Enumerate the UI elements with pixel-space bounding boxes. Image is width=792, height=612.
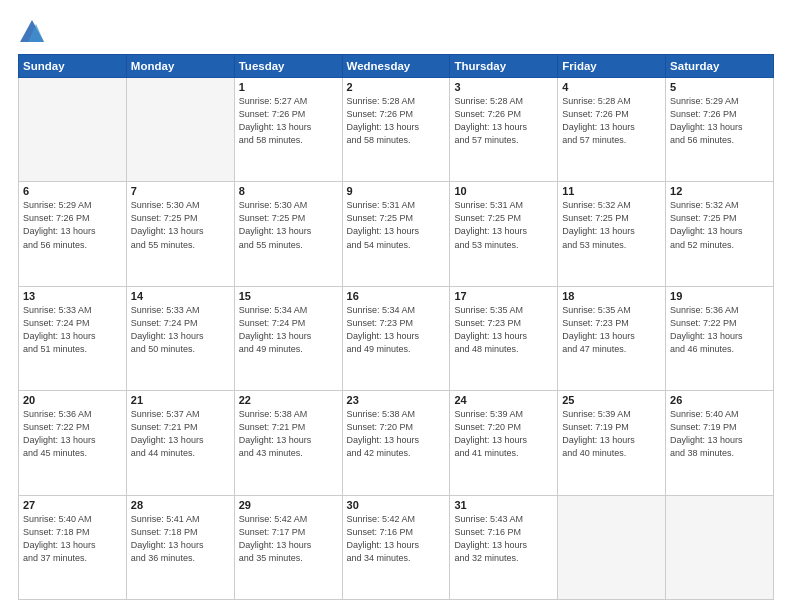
calendar-cell: 30Sunrise: 5:42 AM Sunset: 7:16 PM Dayli…	[342, 495, 450, 599]
calendar-cell: 28Sunrise: 5:41 AM Sunset: 7:18 PM Dayli…	[126, 495, 234, 599]
weekday-header-friday: Friday	[558, 55, 666, 78]
calendar-cell: 22Sunrise: 5:38 AM Sunset: 7:21 PM Dayli…	[234, 391, 342, 495]
calendar-cell: 9Sunrise: 5:31 AM Sunset: 7:25 PM Daylig…	[342, 182, 450, 286]
day-number: 21	[131, 394, 230, 406]
day-number: 13	[23, 290, 122, 302]
day-number: 8	[239, 185, 338, 197]
calendar-cell: 6Sunrise: 5:29 AM Sunset: 7:26 PM Daylig…	[19, 182, 127, 286]
calendar-cell: 27Sunrise: 5:40 AM Sunset: 7:18 PM Dayli…	[19, 495, 127, 599]
day-number: 9	[347, 185, 446, 197]
day-number: 29	[239, 499, 338, 511]
day-info: Sunrise: 5:30 AM Sunset: 7:25 PM Dayligh…	[131, 199, 230, 251]
calendar-cell: 12Sunrise: 5:32 AM Sunset: 7:25 PM Dayli…	[666, 182, 774, 286]
week-row-4: 20Sunrise: 5:36 AM Sunset: 7:22 PM Dayli…	[19, 391, 774, 495]
calendar-cell: 24Sunrise: 5:39 AM Sunset: 7:20 PM Dayli…	[450, 391, 558, 495]
calendar: SundayMondayTuesdayWednesdayThursdayFrid…	[18, 54, 774, 600]
day-number: 22	[239, 394, 338, 406]
day-number: 7	[131, 185, 230, 197]
day-number: 17	[454, 290, 553, 302]
day-info: Sunrise: 5:31 AM Sunset: 7:25 PM Dayligh…	[347, 199, 446, 251]
calendar-cell: 14Sunrise: 5:33 AM Sunset: 7:24 PM Dayli…	[126, 286, 234, 390]
day-number: 10	[454, 185, 553, 197]
calendar-cell: 29Sunrise: 5:42 AM Sunset: 7:17 PM Dayli…	[234, 495, 342, 599]
logo	[18, 18, 50, 46]
day-number: 14	[131, 290, 230, 302]
calendar-cell: 4Sunrise: 5:28 AM Sunset: 7:26 PM Daylig…	[558, 78, 666, 182]
day-info: Sunrise: 5:32 AM Sunset: 7:25 PM Dayligh…	[562, 199, 661, 251]
weekday-header-row: SundayMondayTuesdayWednesdayThursdayFrid…	[19, 55, 774, 78]
day-number: 1	[239, 81, 338, 93]
calendar-cell: 10Sunrise: 5:31 AM Sunset: 7:25 PM Dayli…	[450, 182, 558, 286]
day-info: Sunrise: 5:42 AM Sunset: 7:17 PM Dayligh…	[239, 513, 338, 565]
day-number: 31	[454, 499, 553, 511]
day-number: 3	[454, 81, 553, 93]
calendar-cell: 7Sunrise: 5:30 AM Sunset: 7:25 PM Daylig…	[126, 182, 234, 286]
week-row-3: 13Sunrise: 5:33 AM Sunset: 7:24 PM Dayli…	[19, 286, 774, 390]
day-number: 20	[23, 394, 122, 406]
day-info: Sunrise: 5:40 AM Sunset: 7:18 PM Dayligh…	[23, 513, 122, 565]
calendar-cell: 5Sunrise: 5:29 AM Sunset: 7:26 PM Daylig…	[666, 78, 774, 182]
day-number: 25	[562, 394, 661, 406]
calendar-cell: 25Sunrise: 5:39 AM Sunset: 7:19 PM Dayli…	[558, 391, 666, 495]
day-info: Sunrise: 5:29 AM Sunset: 7:26 PM Dayligh…	[670, 95, 769, 147]
calendar-cell	[126, 78, 234, 182]
day-number: 16	[347, 290, 446, 302]
day-info: Sunrise: 5:28 AM Sunset: 7:26 PM Dayligh…	[454, 95, 553, 147]
day-number: 2	[347, 81, 446, 93]
calendar-cell: 21Sunrise: 5:37 AM Sunset: 7:21 PM Dayli…	[126, 391, 234, 495]
day-info: Sunrise: 5:34 AM Sunset: 7:24 PM Dayligh…	[239, 304, 338, 356]
day-info: Sunrise: 5:30 AM Sunset: 7:25 PM Dayligh…	[239, 199, 338, 251]
day-info: Sunrise: 5:29 AM Sunset: 7:26 PM Dayligh…	[23, 199, 122, 251]
day-number: 19	[670, 290, 769, 302]
day-info: Sunrise: 5:32 AM Sunset: 7:25 PM Dayligh…	[670, 199, 769, 251]
day-number: 28	[131, 499, 230, 511]
calendar-cell	[19, 78, 127, 182]
week-row-1: 1Sunrise: 5:27 AM Sunset: 7:26 PM Daylig…	[19, 78, 774, 182]
day-number: 23	[347, 394, 446, 406]
calendar-cell: 8Sunrise: 5:30 AM Sunset: 7:25 PM Daylig…	[234, 182, 342, 286]
day-info: Sunrise: 5:27 AM Sunset: 7:26 PM Dayligh…	[239, 95, 338, 147]
day-info: Sunrise: 5:36 AM Sunset: 7:22 PM Dayligh…	[670, 304, 769, 356]
calendar-cell: 2Sunrise: 5:28 AM Sunset: 7:26 PM Daylig…	[342, 78, 450, 182]
day-info: Sunrise: 5:38 AM Sunset: 7:21 PM Dayligh…	[239, 408, 338, 460]
day-info: Sunrise: 5:35 AM Sunset: 7:23 PM Dayligh…	[562, 304, 661, 356]
week-row-5: 27Sunrise: 5:40 AM Sunset: 7:18 PM Dayli…	[19, 495, 774, 599]
day-info: Sunrise: 5:28 AM Sunset: 7:26 PM Dayligh…	[562, 95, 661, 147]
day-info: Sunrise: 5:36 AM Sunset: 7:22 PM Dayligh…	[23, 408, 122, 460]
day-number: 15	[239, 290, 338, 302]
day-number: 30	[347, 499, 446, 511]
calendar-cell: 16Sunrise: 5:34 AM Sunset: 7:23 PM Dayli…	[342, 286, 450, 390]
day-number: 26	[670, 394, 769, 406]
day-info: Sunrise: 5:33 AM Sunset: 7:24 PM Dayligh…	[131, 304, 230, 356]
calendar-cell	[666, 495, 774, 599]
week-row-2: 6Sunrise: 5:29 AM Sunset: 7:26 PM Daylig…	[19, 182, 774, 286]
calendar-body: 1Sunrise: 5:27 AM Sunset: 7:26 PM Daylig…	[19, 78, 774, 600]
logo-icon	[18, 18, 46, 46]
header	[18, 18, 774, 46]
calendar-cell: 20Sunrise: 5:36 AM Sunset: 7:22 PM Dayli…	[19, 391, 127, 495]
day-info: Sunrise: 5:39 AM Sunset: 7:20 PM Dayligh…	[454, 408, 553, 460]
calendar-cell: 19Sunrise: 5:36 AM Sunset: 7:22 PM Dayli…	[666, 286, 774, 390]
weekday-header-saturday: Saturday	[666, 55, 774, 78]
day-number: 11	[562, 185, 661, 197]
day-info: Sunrise: 5:35 AM Sunset: 7:23 PM Dayligh…	[454, 304, 553, 356]
calendar-cell: 31Sunrise: 5:43 AM Sunset: 7:16 PM Dayli…	[450, 495, 558, 599]
page: SundayMondayTuesdayWednesdayThursdayFrid…	[0, 0, 792, 612]
day-info: Sunrise: 5:31 AM Sunset: 7:25 PM Dayligh…	[454, 199, 553, 251]
calendar-cell: 15Sunrise: 5:34 AM Sunset: 7:24 PM Dayli…	[234, 286, 342, 390]
day-info: Sunrise: 5:39 AM Sunset: 7:19 PM Dayligh…	[562, 408, 661, 460]
day-number: 18	[562, 290, 661, 302]
weekday-header-tuesday: Tuesday	[234, 55, 342, 78]
calendar-cell: 23Sunrise: 5:38 AM Sunset: 7:20 PM Dayli…	[342, 391, 450, 495]
day-info: Sunrise: 5:42 AM Sunset: 7:16 PM Dayligh…	[347, 513, 446, 565]
day-number: 27	[23, 499, 122, 511]
calendar-cell: 3Sunrise: 5:28 AM Sunset: 7:26 PM Daylig…	[450, 78, 558, 182]
day-info: Sunrise: 5:37 AM Sunset: 7:21 PM Dayligh…	[131, 408, 230, 460]
day-info: Sunrise: 5:33 AM Sunset: 7:24 PM Dayligh…	[23, 304, 122, 356]
calendar-cell: 1Sunrise: 5:27 AM Sunset: 7:26 PM Daylig…	[234, 78, 342, 182]
calendar-cell	[558, 495, 666, 599]
day-number: 4	[562, 81, 661, 93]
calendar-cell: 26Sunrise: 5:40 AM Sunset: 7:19 PM Dayli…	[666, 391, 774, 495]
day-info: Sunrise: 5:34 AM Sunset: 7:23 PM Dayligh…	[347, 304, 446, 356]
day-info: Sunrise: 5:40 AM Sunset: 7:19 PM Dayligh…	[670, 408, 769, 460]
